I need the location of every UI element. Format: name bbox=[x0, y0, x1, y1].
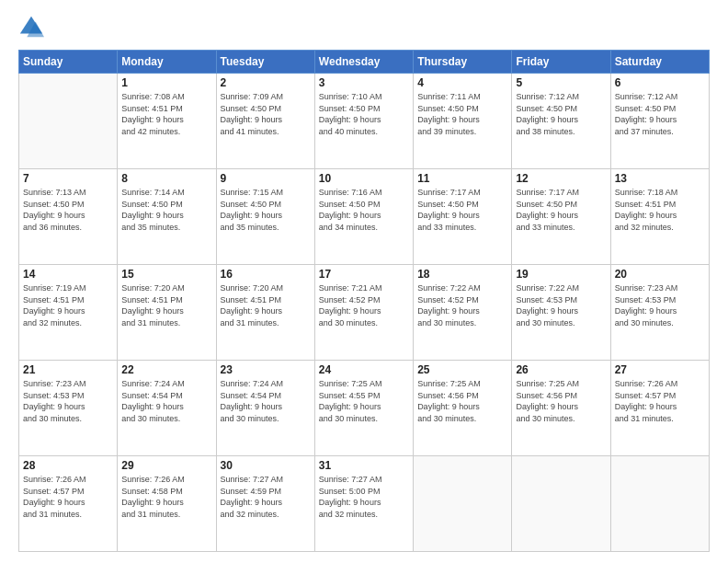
day-number: 2 bbox=[221, 76, 311, 89]
calendar-cell: 3Sunrise: 7:10 AM Sunset: 4:50 PM Daylig… bbox=[314, 74, 413, 169]
day-info: Sunrise: 7:20 AM Sunset: 4:51 PM Dayligh… bbox=[221, 282, 311, 328]
calendar-cell bbox=[19, 74, 118, 169]
calendar-cell: 16Sunrise: 7:20 AM Sunset: 4:51 PM Dayli… bbox=[216, 265, 314, 361]
day-info: Sunrise: 7:19 AM Sunset: 4:51 PM Dayligh… bbox=[23, 282, 113, 328]
calendar-cell: 7Sunrise: 7:13 AM Sunset: 4:50 PM Daylig… bbox=[19, 169, 118, 265]
day-number: 16 bbox=[221, 268, 311, 281]
page: SundayMondayTuesdayWednesdayThursdayFrid… bbox=[0, 0, 728, 563]
calendar-cell: 26Sunrise: 7:25 AM Sunset: 4:56 PM Dayli… bbox=[512, 361, 610, 456]
calendar-table: SundayMondayTuesdayWednesdayThursdayFrid… bbox=[18, 50, 710, 552]
day-info: Sunrise: 7:27 AM Sunset: 5:00 PM Dayligh… bbox=[319, 474, 409, 520]
day-number: 26 bbox=[516, 363, 606, 376]
day-number: 22 bbox=[121, 363, 211, 376]
day-info: Sunrise: 7:08 AM Sunset: 4:51 PM Dayligh… bbox=[121, 91, 211, 137]
day-info: Sunrise: 7:15 AM Sunset: 4:50 PM Dayligh… bbox=[221, 187, 311, 233]
day-info: Sunrise: 7:22 AM Sunset: 4:52 PM Dayligh… bbox=[417, 282, 507, 328]
calendar-week-2: 7Sunrise: 7:13 AM Sunset: 4:50 PM Daylig… bbox=[19, 169, 710, 265]
calendar-header-friday: Friday bbox=[512, 51, 610, 74]
day-info: Sunrise: 7:13 AM Sunset: 4:50 PM Dayligh… bbox=[23, 187, 113, 233]
day-info: Sunrise: 7:24 AM Sunset: 4:54 PM Dayligh… bbox=[121, 378, 211, 424]
calendar-cell: 19Sunrise: 7:22 AM Sunset: 4:53 PM Dayli… bbox=[512, 265, 610, 361]
calendar-cell: 8Sunrise: 7:14 AM Sunset: 4:50 PM Daylig… bbox=[118, 169, 216, 265]
calendar-cell: 2Sunrise: 7:09 AM Sunset: 4:50 PM Daylig… bbox=[216, 74, 314, 169]
day-number: 5 bbox=[516, 76, 606, 89]
calendar-cell: 5Sunrise: 7:12 AM Sunset: 4:50 PM Daylig… bbox=[512, 74, 610, 169]
calendar-cell: 17Sunrise: 7:21 AM Sunset: 4:52 PM Dayli… bbox=[314, 265, 413, 361]
calendar-cell bbox=[414, 456, 512, 552]
calendar-cell: 25Sunrise: 7:25 AM Sunset: 4:56 PM Dayli… bbox=[414, 361, 512, 456]
day-number: 15 bbox=[121, 268, 211, 281]
day-info: Sunrise: 7:10 AM Sunset: 4:50 PM Dayligh… bbox=[319, 91, 409, 137]
day-number: 25 bbox=[417, 363, 507, 376]
day-number: 24 bbox=[319, 363, 409, 376]
day-info: Sunrise: 7:18 AM Sunset: 4:51 PM Dayligh… bbox=[615, 187, 705, 233]
day-number: 29 bbox=[121, 459, 211, 472]
calendar-cell bbox=[610, 456, 709, 552]
day-info: Sunrise: 7:26 AM Sunset: 4:57 PM Dayligh… bbox=[23, 474, 113, 520]
day-number: 6 bbox=[615, 76, 705, 89]
calendar-cell: 9Sunrise: 7:15 AM Sunset: 4:50 PM Daylig… bbox=[216, 169, 314, 265]
calendar-cell: 29Sunrise: 7:26 AM Sunset: 4:58 PM Dayli… bbox=[118, 456, 216, 552]
day-number: 4 bbox=[417, 76, 507, 89]
day-info: Sunrise: 7:26 AM Sunset: 4:58 PM Dayligh… bbox=[121, 474, 211, 520]
calendar-cell: 20Sunrise: 7:23 AM Sunset: 4:53 PM Dayli… bbox=[610, 265, 709, 361]
day-info: Sunrise: 7:25 AM Sunset: 4:55 PM Dayligh… bbox=[319, 378, 409, 424]
calendar-week-1: 1Sunrise: 7:08 AM Sunset: 4:51 PM Daylig… bbox=[19, 74, 710, 169]
calendar-header-thursday: Thursday bbox=[414, 51, 512, 74]
calendar-cell: 22Sunrise: 7:24 AM Sunset: 4:54 PM Dayli… bbox=[118, 361, 216, 456]
day-number: 21 bbox=[23, 363, 113, 376]
day-number: 31 bbox=[319, 459, 409, 472]
day-number: 27 bbox=[615, 363, 705, 376]
calendar-cell: 11Sunrise: 7:17 AM Sunset: 4:50 PM Dayli… bbox=[414, 169, 512, 265]
day-number: 10 bbox=[319, 172, 409, 185]
day-info: Sunrise: 7:12 AM Sunset: 4:50 PM Dayligh… bbox=[615, 91, 705, 137]
day-number: 23 bbox=[221, 363, 311, 376]
calendar-header-sunday: Sunday bbox=[19, 51, 118, 74]
calendar-cell: 28Sunrise: 7:26 AM Sunset: 4:57 PM Dayli… bbox=[19, 456, 118, 552]
calendar-cell bbox=[512, 456, 610, 552]
day-number: 1 bbox=[121, 76, 211, 89]
day-number: 12 bbox=[516, 172, 606, 185]
day-info: Sunrise: 7:23 AM Sunset: 4:53 PM Dayligh… bbox=[615, 282, 705, 328]
day-info: Sunrise: 7:25 AM Sunset: 4:56 PM Dayligh… bbox=[516, 378, 606, 424]
day-info: Sunrise: 7:14 AM Sunset: 4:50 PM Dayligh… bbox=[121, 187, 211, 233]
day-info: Sunrise: 7:09 AM Sunset: 4:50 PM Dayligh… bbox=[221, 91, 311, 137]
calendar-cell: 12Sunrise: 7:17 AM Sunset: 4:50 PM Dayli… bbox=[512, 169, 610, 265]
calendar-cell: 24Sunrise: 7:25 AM Sunset: 4:55 PM Dayli… bbox=[314, 361, 413, 456]
calendar-cell: 30Sunrise: 7:27 AM Sunset: 4:59 PM Dayli… bbox=[216, 456, 314, 552]
day-number: 13 bbox=[615, 172, 705, 185]
day-number: 19 bbox=[516, 268, 606, 281]
calendar-cell: 6Sunrise: 7:12 AM Sunset: 4:50 PM Daylig… bbox=[610, 74, 709, 169]
day-info: Sunrise: 7:27 AM Sunset: 4:59 PM Dayligh… bbox=[221, 474, 311, 520]
day-info: Sunrise: 7:26 AM Sunset: 4:57 PM Dayligh… bbox=[615, 378, 705, 424]
calendar-cell: 10Sunrise: 7:16 AM Sunset: 4:50 PM Dayli… bbox=[314, 169, 413, 265]
day-info: Sunrise: 7:25 AM Sunset: 4:56 PM Dayligh… bbox=[417, 378, 507, 424]
logo bbox=[18, 15, 48, 40]
day-number: 28 bbox=[23, 459, 113, 472]
day-number: 3 bbox=[319, 76, 409, 89]
calendar-cell: 23Sunrise: 7:24 AM Sunset: 4:54 PM Dayli… bbox=[216, 361, 314, 456]
day-number: 8 bbox=[121, 172, 211, 185]
calendar-week-3: 14Sunrise: 7:19 AM Sunset: 4:51 PM Dayli… bbox=[19, 265, 710, 361]
calendar-header-row: SundayMondayTuesdayWednesdayThursdayFrid… bbox=[19, 51, 710, 74]
day-number: 11 bbox=[417, 172, 507, 185]
day-info: Sunrise: 7:17 AM Sunset: 4:50 PM Dayligh… bbox=[516, 187, 606, 233]
day-number: 14 bbox=[23, 268, 113, 281]
calendar-header-monday: Monday bbox=[118, 51, 216, 74]
day-number: 30 bbox=[221, 459, 311, 472]
calendar-header-saturday: Saturday bbox=[610, 51, 709, 74]
calendar-cell: 27Sunrise: 7:26 AM Sunset: 4:57 PM Dayli… bbox=[610, 361, 709, 456]
day-info: Sunrise: 7:11 AM Sunset: 4:50 PM Dayligh… bbox=[417, 91, 507, 137]
day-number: 20 bbox=[615, 268, 705, 281]
day-number: 9 bbox=[221, 172, 311, 185]
day-info: Sunrise: 7:17 AM Sunset: 4:50 PM Dayligh… bbox=[417, 187, 507, 233]
day-number: 17 bbox=[319, 268, 409, 281]
calendar-week-5: 28Sunrise: 7:26 AM Sunset: 4:57 PM Dayli… bbox=[19, 456, 710, 552]
calendar-cell: 31Sunrise: 7:27 AM Sunset: 5:00 PM Dayli… bbox=[314, 456, 413, 552]
day-info: Sunrise: 7:24 AM Sunset: 4:54 PM Dayligh… bbox=[221, 378, 311, 424]
day-info: Sunrise: 7:12 AM Sunset: 4:50 PM Dayligh… bbox=[516, 91, 606, 137]
calendar-week-4: 21Sunrise: 7:23 AM Sunset: 4:53 PM Dayli… bbox=[19, 361, 710, 456]
calendar-cell: 1Sunrise: 7:08 AM Sunset: 4:51 PM Daylig… bbox=[118, 74, 216, 169]
calendar-cell: 18Sunrise: 7:22 AM Sunset: 4:52 PM Dayli… bbox=[414, 265, 512, 361]
calendar-cell: 4Sunrise: 7:11 AM Sunset: 4:50 PM Daylig… bbox=[414, 74, 512, 169]
